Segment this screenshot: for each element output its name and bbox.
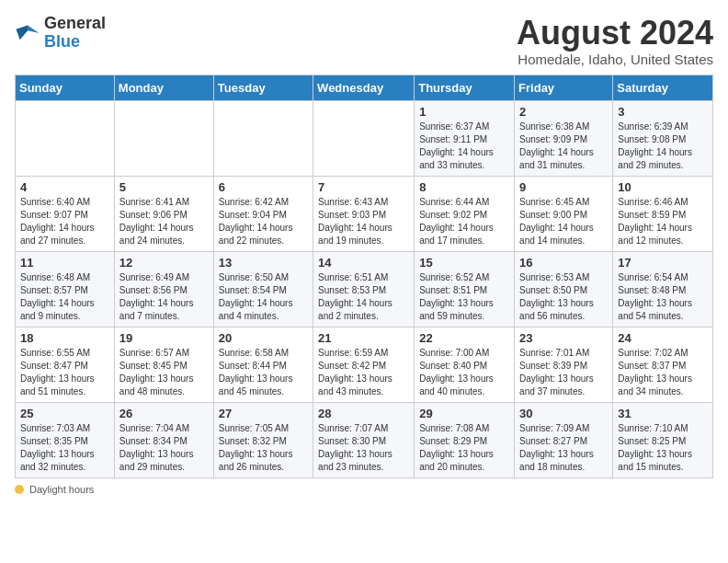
calendar-cell: 25Sunrise: 7:03 AM Sunset: 8:35 PM Dayli… xyxy=(16,402,115,477)
day-info: Sunrise: 6:53 AM Sunset: 8:50 PM Dayligh… xyxy=(519,271,608,323)
calendar-cell: 15Sunrise: 6:52 AM Sunset: 8:51 PM Dayli… xyxy=(415,251,515,327)
calendar-cell: 23Sunrise: 7:01 AM Sunset: 8:39 PM Dayli… xyxy=(515,327,613,402)
daylight-dot-icon xyxy=(15,485,24,494)
calendar-cell: 6Sunrise: 6:42 AM Sunset: 9:04 PM Daylig… xyxy=(213,176,313,251)
logo-blue-text: Blue xyxy=(44,32,80,51)
day-number: 9 xyxy=(519,180,608,194)
logo-bird-icon xyxy=(15,20,40,46)
day-info: Sunrise: 6:46 AM Sunset: 8:59 PM Dayligh… xyxy=(618,196,708,247)
calendar-day-header: Tuesday xyxy=(213,75,313,100)
day-info: Sunrise: 7:08 AM Sunset: 8:29 PM Dayligh… xyxy=(419,422,509,474)
day-number: 21 xyxy=(318,331,409,345)
day-info: Sunrise: 6:59 AM Sunset: 8:42 PM Dayligh… xyxy=(318,347,409,398)
day-info: Sunrise: 7:00 AM Sunset: 8:40 PM Dayligh… xyxy=(419,347,509,398)
day-number: 7 xyxy=(318,180,409,194)
header: General Blue August 2024 Homedale, Idaho… xyxy=(15,15,713,67)
calendar-cell xyxy=(16,100,115,176)
day-info: Sunrise: 6:54 AM Sunset: 8:48 PM Dayligh… xyxy=(618,271,708,323)
day-info: Sunrise: 6:43 AM Sunset: 9:03 PM Dayligh… xyxy=(318,196,409,247)
calendar-cell: 10Sunrise: 6:46 AM Sunset: 8:59 PM Dayli… xyxy=(613,176,713,251)
calendar-cell: 26Sunrise: 7:04 AM Sunset: 8:34 PM Dayli… xyxy=(114,402,213,477)
day-info: Sunrise: 6:55 AM Sunset: 8:47 PM Dayligh… xyxy=(20,347,109,398)
footer-label: Daylight hours xyxy=(29,484,94,495)
calendar-cell: 18Sunrise: 6:55 AM Sunset: 8:47 PM Dayli… xyxy=(16,327,115,402)
day-number: 2 xyxy=(519,105,608,119)
calendar-cell xyxy=(313,100,415,176)
day-info: Sunrise: 7:01 AM Sunset: 8:39 PM Dayligh… xyxy=(519,347,608,398)
calendar-week-row: 1Sunrise: 6:37 AM Sunset: 9:11 PM Daylig… xyxy=(16,100,713,176)
calendar-week-row: 11Sunrise: 6:48 AM Sunset: 8:57 PM Dayli… xyxy=(16,251,713,327)
day-info: Sunrise: 7:04 AM Sunset: 8:34 PM Dayligh… xyxy=(119,422,209,474)
day-number: 10 xyxy=(618,180,708,194)
day-number: 31 xyxy=(618,407,708,420)
calendar-week-row: 4Sunrise: 6:40 AM Sunset: 9:07 PM Daylig… xyxy=(16,176,713,251)
day-info: Sunrise: 6:48 AM Sunset: 8:57 PM Dayligh… xyxy=(20,271,109,323)
page-subtitle: Homedale, Idaho, United States xyxy=(517,52,713,67)
day-number: 16 xyxy=(519,256,608,270)
day-info: Sunrise: 7:03 AM Sunset: 8:35 PM Dayligh… xyxy=(20,422,109,474)
calendar-day-header: Friday xyxy=(515,75,613,100)
calendar-cell xyxy=(213,100,313,176)
day-info: Sunrise: 7:02 AM Sunset: 8:37 PM Dayligh… xyxy=(618,347,708,398)
day-info: Sunrise: 6:50 AM Sunset: 8:54 PM Dayligh… xyxy=(219,271,308,323)
calendar-cell: 21Sunrise: 6:59 AM Sunset: 8:42 PM Dayli… xyxy=(313,327,415,402)
calendar-cell: 5Sunrise: 6:41 AM Sunset: 9:06 PM Daylig… xyxy=(114,176,213,251)
calendar-day-header: Saturday xyxy=(613,75,713,100)
calendar-cell: 11Sunrise: 6:48 AM Sunset: 8:57 PM Dayli… xyxy=(16,251,115,327)
day-number: 17 xyxy=(618,256,708,270)
title-area: August 2024 Homedale, Idaho, United Stat… xyxy=(517,15,713,67)
calendar-cell: 28Sunrise: 7:07 AM Sunset: 8:30 PM Dayli… xyxy=(313,402,415,477)
day-info: Sunrise: 7:07 AM Sunset: 8:30 PM Dayligh… xyxy=(318,422,409,474)
logo: General Blue xyxy=(15,15,106,52)
day-info: Sunrise: 6:41 AM Sunset: 9:06 PM Dayligh… xyxy=(119,196,209,247)
calendar-cell: 19Sunrise: 6:57 AM Sunset: 8:45 PM Dayli… xyxy=(114,327,213,402)
day-number: 29 xyxy=(419,407,509,420)
calendar-day-header: Monday xyxy=(114,75,213,100)
day-info: Sunrise: 6:45 AM Sunset: 9:00 PM Dayligh… xyxy=(519,196,608,247)
day-info: Sunrise: 6:39 AM Sunset: 9:08 PM Dayligh… xyxy=(618,121,708,172)
day-number: 24 xyxy=(618,331,708,345)
day-number: 14 xyxy=(318,256,409,270)
page-title: August 2024 xyxy=(517,15,713,52)
calendar-cell: 22Sunrise: 7:00 AM Sunset: 8:40 PM Dayli… xyxy=(415,327,515,402)
day-number: 12 xyxy=(119,256,209,270)
day-number: 30 xyxy=(519,407,608,420)
day-number: 28 xyxy=(318,407,409,420)
day-info: Sunrise: 6:57 AM Sunset: 8:45 PM Dayligh… xyxy=(119,347,209,398)
day-number: 20 xyxy=(219,331,308,345)
calendar-cell: 8Sunrise: 6:44 AM Sunset: 9:02 PM Daylig… xyxy=(415,176,515,251)
calendar-cell: 24Sunrise: 7:02 AM Sunset: 8:37 PM Dayli… xyxy=(613,327,713,402)
day-number: 5 xyxy=(119,180,209,194)
day-number: 27 xyxy=(219,407,308,420)
day-number: 3 xyxy=(618,105,708,119)
day-number: 25 xyxy=(20,407,109,420)
day-info: Sunrise: 7:05 AM Sunset: 8:32 PM Dayligh… xyxy=(219,422,308,474)
day-info: Sunrise: 6:51 AM Sunset: 8:53 PM Dayligh… xyxy=(318,271,409,323)
day-info: Sunrise: 7:09 AM Sunset: 8:27 PM Dayligh… xyxy=(519,422,608,474)
day-number: 4 xyxy=(20,180,109,194)
day-number: 15 xyxy=(419,256,509,270)
calendar-cell xyxy=(114,100,213,176)
day-number: 6 xyxy=(219,180,308,194)
day-number: 19 xyxy=(119,331,209,345)
day-info: Sunrise: 6:42 AM Sunset: 9:04 PM Dayligh… xyxy=(219,196,308,247)
day-number: 8 xyxy=(419,180,509,194)
day-number: 26 xyxy=(119,407,209,420)
day-number: 18 xyxy=(20,331,109,345)
calendar-cell: 4Sunrise: 6:40 AM Sunset: 9:07 PM Daylig… xyxy=(16,176,115,251)
day-info: Sunrise: 6:52 AM Sunset: 8:51 PM Dayligh… xyxy=(419,271,509,323)
calendar-cell: 29Sunrise: 7:08 AM Sunset: 8:29 PM Dayli… xyxy=(415,402,515,477)
calendar-cell: 31Sunrise: 7:10 AM Sunset: 8:25 PM Dayli… xyxy=(613,402,713,477)
calendar-cell: 3Sunrise: 6:39 AM Sunset: 9:08 PM Daylig… xyxy=(613,100,713,176)
calendar-cell: 1Sunrise: 6:37 AM Sunset: 9:11 PM Daylig… xyxy=(415,100,515,176)
day-number: 23 xyxy=(519,331,608,345)
calendar-cell: 14Sunrise: 6:51 AM Sunset: 8:53 PM Dayli… xyxy=(313,251,415,327)
day-number: 1 xyxy=(419,105,509,119)
calendar-cell: 17Sunrise: 6:54 AM Sunset: 8:48 PM Dayli… xyxy=(613,251,713,327)
calendar-cell: 20Sunrise: 6:58 AM Sunset: 8:44 PM Dayli… xyxy=(213,327,313,402)
calendar-cell: 9Sunrise: 6:45 AM Sunset: 9:00 PM Daylig… xyxy=(515,176,613,251)
calendar-cell: 16Sunrise: 6:53 AM Sunset: 8:50 PM Dayli… xyxy=(515,251,613,327)
day-info: Sunrise: 7:10 AM Sunset: 8:25 PM Dayligh… xyxy=(618,422,708,474)
calendar-body: 1Sunrise: 6:37 AM Sunset: 9:11 PM Daylig… xyxy=(16,100,713,477)
day-info: Sunrise: 6:40 AM Sunset: 9:07 PM Dayligh… xyxy=(20,196,109,247)
